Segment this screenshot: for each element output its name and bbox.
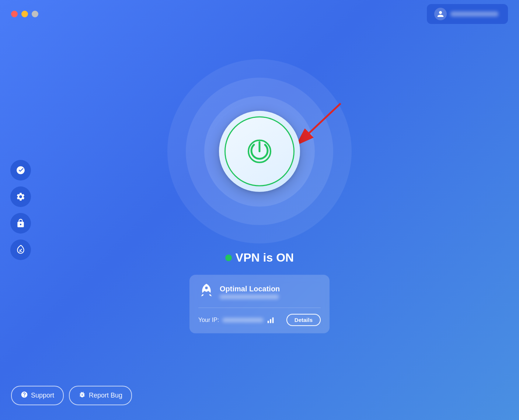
status-dot — [225, 254, 232, 261]
power-button-inner — [224, 116, 295, 186]
user-avatar — [434, 8, 447, 20]
bottom-bar: Support Report Bug — [11, 386, 132, 405]
details-button[interactable]: Details — [286, 314, 321, 326]
ip-label: Your IP: — [198, 316, 219, 323]
support-icon — [21, 391, 28, 400]
location-top: Optimal Location — [198, 282, 321, 308]
ip-value — [223, 318, 263, 322]
svg-rect-5 — [272, 317, 274, 323]
sidebar-item-security[interactable] — [10, 213, 31, 234]
support-label: Support — [31, 392, 54, 399]
sidebar-item-blocker[interactable] — [10, 239, 31, 260]
fullscreen-button[interactable] — [32, 11, 38, 17]
svg-rect-3 — [268, 321, 269, 323]
location-card: Optimal Location Your IP: Details — [189, 275, 330, 333]
location-info: Optimal Location — [220, 285, 280, 299]
user-badge[interactable] — [427, 4, 508, 24]
signal-icon — [267, 316, 275, 324]
vpn-status-text: VPN is ON — [236, 251, 294, 265]
main-content: VPN is ON Optimal Location Your IP: Deta… — [167, 59, 352, 333]
svg-rect-4 — [270, 319, 272, 323]
titlebar — [0, 0, 519, 28]
user-email — [450, 11, 498, 17]
location-bottom: Your IP: Details — [198, 314, 321, 326]
sidebar-item-speed[interactable] — [10, 160, 31, 181]
report-bug-button[interactable]: Report Bug — [69, 386, 132, 405]
bug-icon — [79, 391, 86, 400]
rocket-icon — [198, 282, 215, 302]
minimize-button[interactable] — [21, 11, 28, 17]
vpn-status: VPN is ON — [225, 251, 294, 265]
sidebar — [10, 160, 31, 260]
report-bug-label: Report Bug — [89, 392, 122, 399]
location-title: Optimal Location — [220, 285, 280, 293]
traffic-lights — [11, 11, 38, 17]
power-button[interactable] — [219, 111, 300, 192]
close-button[interactable] — [11, 11, 18, 17]
support-button[interactable]: Support — [11, 386, 64, 405]
location-subtitle — [220, 295, 279, 299]
svg-line-1 — [309, 104, 341, 133]
power-icon — [245, 137, 274, 166]
power-button-area — [167, 59, 352, 244]
sidebar-item-settings[interactable] — [10, 186, 31, 207]
